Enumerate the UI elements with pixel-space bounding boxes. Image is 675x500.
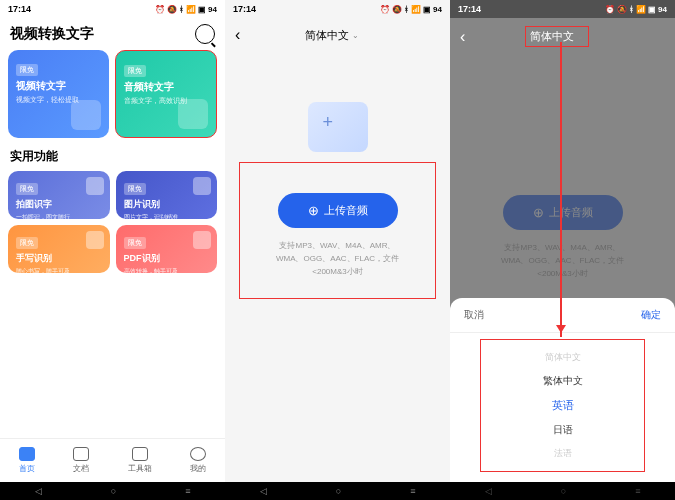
picker-item[interactable]: 日语: [481, 418, 644, 442]
feature-cards-row: 限免 视频转文字 视频文字，轻松提取 限免 音频转文字 音频文字，高效识别: [0, 50, 225, 138]
battery-icon: 94: [658, 5, 667, 14]
language-selector[interactable]: 简体中文 ⌄: [525, 26, 589, 47]
status-icons: ⏰ 🔕 ᚼ 📶 ▣ 94: [380, 5, 442, 14]
audio-icon: [178, 99, 208, 129]
status-bar: 17:14 ⏰ 🔕 ᚼ 📶 ▣ 94: [0, 0, 225, 18]
card-handwriting-ocr[interactable]: 限免 手写识别 随心书写，随手可及: [8, 225, 110, 273]
badge-free: 限免: [124, 65, 146, 77]
picker-confirm-button[interactable]: 确定: [641, 308, 661, 322]
bottom-nav: 首页 文档 工具箱 我的: [0, 438, 225, 482]
grid-row-2: 限免 手写识别 随心书写，随手可及 限免 PDF识别 高效转换，触手可及: [0, 225, 225, 273]
mute-icon: 🔕: [392, 5, 402, 14]
signal-icon: ▣: [423, 5, 431, 14]
wifi-icon: 📶: [636, 5, 646, 14]
status-icons: ⏰ 🔕 ᚼ 📶 ▣ 94: [155, 5, 217, 14]
alarm-icon: ⏰: [155, 5, 165, 14]
picker-list[interactable]: 简体中文 繁体中文 英语 日语 法语: [480, 339, 645, 472]
toolbox-icon: [132, 447, 148, 461]
battery-icon: 94: [433, 5, 442, 14]
picker-item-selected[interactable]: 英语: [481, 393, 644, 418]
upload-description: 支持MP3、WAV、M4A、AMR、 WMA、OGG、AAC、FLAC，文件 <…: [250, 240, 425, 278]
language-selector[interactable]: 简体中文 ⌄: [240, 28, 424, 43]
card-title: 图片识别: [124, 198, 210, 211]
chevron-down-icon: ⌄: [577, 32, 584, 41]
chevron-down-icon: ⌄: [352, 31, 359, 40]
card-audio-to-text[interactable]: 限免 音频转文字 音频文字，高效识别: [115, 50, 218, 138]
card-subtitle: 一拍即识，图文随行: [16, 213, 102, 219]
back-key[interactable]: ◁: [260, 486, 267, 496]
status-bar: 17:14 ⏰ 🔕 ᚼ 📶 ▣ 94: [225, 0, 450, 18]
grid-row-1: 限免 拍图识字 一拍即识，图文随行 限免 图片识别 图片文字，识别精准: [0, 171, 225, 219]
android-nav: ◁ ○ ≡: [225, 482, 450, 500]
status-bar: 17:14 ⏰ 🔕 ᚼ 📶 ▣ 94: [450, 0, 675, 18]
section-title: 实用功能: [0, 138, 225, 171]
picker-cancel-button[interactable]: 取消: [464, 308, 484, 322]
android-nav: ◁ ○ ≡: [0, 482, 225, 500]
screen-language-picker: 17:14 ⏰ 🔕 ᚼ 📶 ▣ 94 ‹ 简体中文 ⌄ 上传音频: [450, 0, 675, 500]
page-header: 视频转换文字: [0, 18, 225, 50]
picker-item[interactable]: 法语: [481, 442, 644, 465]
card-subtitle: 图片文字，识别精准: [124, 213, 210, 219]
language-label: 简体中文: [530, 29, 574, 44]
card-title: 手写识别: [16, 252, 102, 265]
mute-icon: 🔕: [167, 5, 177, 14]
nav-docs[interactable]: 文档: [73, 447, 89, 474]
picker-item[interactable]: 繁体中文: [481, 369, 644, 393]
recent-key[interactable]: ≡: [410, 486, 415, 496]
upload-illustration: [308, 102, 368, 152]
search-icon[interactable]: [195, 24, 215, 44]
card-subtitle: 随心书写，随手可及: [16, 267, 102, 273]
nav-label: 首页: [19, 463, 35, 474]
annotation-arrow: [560, 42, 562, 337]
nav-profile[interactable]: 我的: [190, 447, 206, 474]
screen-upload: 17:14 ⏰ 🔕 ᚼ 📶 ▣ 94 ‹ 简体中文 ⌄ 上传音频: [225, 0, 450, 500]
card-title: PDF识别: [124, 252, 210, 265]
profile-icon: [190, 447, 206, 461]
home-key[interactable]: ○: [111, 486, 116, 496]
badge-free: 限免: [124, 183, 146, 195]
card-subtitle: 高效转换，触手可及: [124, 267, 210, 273]
alarm-icon: ⏰: [605, 5, 615, 14]
card-image-ocr[interactable]: 限免 图片识别 图片文字，识别精准: [116, 171, 218, 219]
pdf-icon: [193, 231, 211, 249]
card-title: 拍图识字: [16, 198, 102, 211]
card-photo-ocr[interactable]: 限免 拍图识字 一拍即识，图文随行: [8, 171, 110, 219]
badge-free: 限免: [16, 64, 38, 76]
back-button[interactable]: ‹: [460, 28, 465, 46]
picker-item[interactable]: 简体中文: [481, 346, 644, 369]
nav-label: 我的: [190, 463, 206, 474]
home-key[interactable]: ○: [336, 486, 341, 496]
upload-header: ‹ 简体中文 ⌄: [225, 18, 450, 52]
video-icon: [71, 100, 101, 130]
screen-home: 17:14 ⏰ 🔕 ᚼ 📶 ▣ 94 视频转换文字 限免 视频转文字 视频文字，…: [0, 0, 225, 500]
bluetooth-icon: ᚼ: [629, 5, 634, 14]
card-video-to-text[interactable]: 限免 视频转文字 视频文字，轻松提取: [8, 50, 109, 138]
card-title: 视频转文字: [16, 79, 101, 93]
doc-icon: [73, 447, 89, 461]
upload-label: 上传音频: [324, 203, 368, 218]
card-title: 音频转文字: [124, 80, 209, 94]
upload-header: ‹ 简体中文 ⌄: [450, 18, 675, 55]
status-time: 17:14: [458, 4, 481, 14]
nav-home[interactable]: 首页: [19, 447, 35, 474]
nav-toolbox[interactable]: 工具箱: [128, 447, 152, 474]
status-time: 17:14: [233, 4, 256, 14]
card-pdf-ocr[interactable]: 限免 PDF识别 高效转换，触手可及: [116, 225, 218, 273]
image-icon: [193, 177, 211, 195]
nav-label: 文档: [73, 463, 89, 474]
badge-free: 限免: [16, 237, 38, 249]
language-label: 简体中文: [305, 28, 349, 43]
mute-icon: 🔕: [617, 5, 627, 14]
bluetooth-icon: ᚼ: [179, 5, 184, 14]
badge-free: 限免: [124, 237, 146, 249]
nav-label: 工具箱: [128, 463, 152, 474]
camera-icon: [86, 177, 104, 195]
recent-key[interactable]: ≡: [185, 486, 190, 496]
upload-button[interactable]: 上传音频: [278, 193, 398, 228]
wifi-icon: 📶: [186, 5, 196, 14]
upload-area: 上传音频 支持MP3、WAV、M4A、AMR、 WMA、OGG、AAC、FLAC…: [239, 162, 436, 299]
badge-free: 限免: [16, 183, 38, 195]
alarm-icon: ⏰: [380, 5, 390, 14]
home-icon: [19, 447, 35, 461]
back-key[interactable]: ◁: [35, 486, 42, 496]
